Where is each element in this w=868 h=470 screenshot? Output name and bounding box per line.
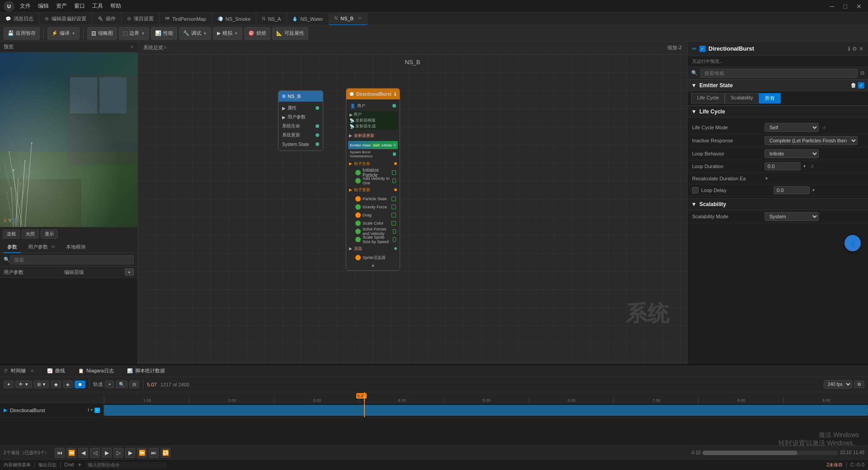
performance-button[interactable]: 📊性能 xyxy=(151,27,177,40)
tab-ns-b[interactable]: N NS_B ✕ xyxy=(329,13,368,25)
cmd-input[interactable] xyxy=(85,461,167,468)
emitter-state-section[interactable]: ▼ Emitter State 🗑 ✓ xyxy=(688,80,868,91)
output-log-btn[interactable]: 输出日志 xyxy=(38,462,57,468)
inspector-info-icon[interactable]: ℹ xyxy=(848,46,850,52)
niagara-log-tab[interactable]: Niagara日志 xyxy=(86,367,114,374)
debug-button[interactable]: 🔧调试▼ xyxy=(179,27,211,40)
loop-delay-checkbox[interactable] xyxy=(692,187,698,193)
thumbnail-button[interactable]: 🖼缩略图 xyxy=(87,27,117,40)
timeline-playhead[interactable] xyxy=(364,392,365,403)
preview-close-icon[interactable]: ✕ xyxy=(130,44,134,49)
content-browser-btn[interactable]: 内容侧滑菜单 xyxy=(4,462,31,468)
view-mode-button[interactable]: 选视 xyxy=(3,230,20,239)
tab-thirdperson-map[interactable]: 🗺 TirdPersonMap xyxy=(160,13,212,25)
lighting-button[interactable]: 光照 xyxy=(22,230,39,239)
simulate-button[interactable]: ▶模拟▼ xyxy=(213,27,242,40)
playback-next-key-btn[interactable]: ⏩ xyxy=(137,448,147,458)
playback-prev-frame-btn[interactable]: ◀ xyxy=(78,448,88,458)
scalability-section[interactable]: ▼ Scalability xyxy=(688,198,868,210)
track-content-area[interactable] xyxy=(104,403,868,417)
life-cycle-mode-reset[interactable]: ↺ xyxy=(822,125,826,130)
search-track-button[interactable]: 🔍 xyxy=(116,381,127,388)
life-cycle-mode-select[interactable]: Self xyxy=(764,123,819,132)
dir-burst-info-icon[interactable]: ℹ xyxy=(394,92,396,97)
playback-next-frame-btn[interactable]: ▶ xyxy=(125,448,135,458)
tab-message-log[interactable]: 💬 消息日志 xyxy=(0,13,39,25)
dir-burst-collapse[interactable]: ▲ xyxy=(346,262,400,268)
inspector-search-input[interactable] xyxy=(700,69,858,78)
timeline-view-btn[interactable]: 👁 ▼ xyxy=(15,381,32,388)
user-params-close[interactable]: ✕ xyxy=(51,244,55,249)
loop-duration-input[interactable] xyxy=(764,162,801,170)
tab-editor-prefs[interactable]: ⚙ 编辑器偏好设置 xyxy=(39,13,92,25)
tab-life-cycle[interactable]: Life Cycle xyxy=(691,93,725,103)
show-button[interactable]: 显示 xyxy=(41,230,58,239)
params-search-input[interactable] xyxy=(10,255,134,264)
canvas-area[interactable]: NS_B NS_B ▶属性 ▶用户参数 系统生命 xyxy=(138,54,687,364)
tab-project-settings[interactable]: ⚙ 项目设置 xyxy=(122,13,160,25)
add-param-button[interactable]: + xyxy=(125,268,134,276)
track-active-check[interactable]: ✓ xyxy=(94,408,100,413)
minimize-button[interactable]: ─ xyxy=(827,3,837,10)
timeline-close-icon[interactable]: ✕ xyxy=(30,368,34,373)
inspector-close-icon[interactable]: ✕ xyxy=(859,46,863,52)
tab-scalability-inspector[interactable]: Scalability xyxy=(725,93,759,103)
curves-label[interactable]: 曲线 xyxy=(55,367,65,374)
track-info-icon[interactable]: ℹ xyxy=(88,408,89,413)
timeline-snap-btn[interactable]: ⊞ ▼ xyxy=(34,381,50,388)
track-expand-icon[interactable]: ▶ xyxy=(4,407,7,413)
ns-b-node[interactable]: NS_B ▶属性 ▶用户参数 系统生命 系统更新 xyxy=(278,90,323,151)
playback-step-back-btn[interactable]: ◁ xyxy=(90,448,100,458)
loop-duration-expand[interactable]: ▼ xyxy=(802,164,807,169)
menu-edit[interactable]: 编辑 xyxy=(38,2,49,10)
tab-ns-smoke[interactable]: 💨 NS_Smoke xyxy=(212,13,257,25)
emitter-state-delete-icon[interactable]: 🗑 xyxy=(851,82,856,89)
playback-step-fwd-btn[interactable]: ▷ xyxy=(113,448,123,458)
tab-ns-water[interactable]: 💧 NS_Water xyxy=(287,13,329,25)
fps-select[interactable]: 240 fps xyxy=(824,380,852,389)
tab-ns-a[interactable]: N NS_A xyxy=(256,13,287,25)
menu-help[interactable]: 帮助 xyxy=(110,2,121,10)
tab-all[interactable]: 所有 xyxy=(759,93,781,103)
floating-action-button[interactable]: 👤 xyxy=(844,235,861,251)
scalability-mode-select[interactable]: System xyxy=(764,212,819,221)
add-track-button[interactable]: + xyxy=(105,381,114,388)
tab-local-module[interactable]: 本地模块 xyxy=(62,240,90,253)
tab-ns-b-close[interactable]: ✕ xyxy=(358,16,362,21)
menu-file[interactable]: 文件 xyxy=(20,2,31,10)
life-cycle-section[interactable]: ▼ Life Cycle xyxy=(688,106,868,118)
inspector-checkbox[interactable]: ✓ xyxy=(699,46,706,52)
bake-button[interactable]: 🎯烘焙 xyxy=(244,27,270,40)
inspector-filter-icon[interactable]: ⊟ xyxy=(860,70,864,76)
loop-delay-expand[interactable]: ▼ xyxy=(811,188,816,193)
inactive-response-select[interactable]: Complete (Let Particles Finish then xyxy=(764,136,858,145)
preview-viewport[interactable]: + + X Y Z xyxy=(0,52,137,227)
inspector-settings-icon[interactable]: ⚙ xyxy=(852,46,857,52)
bounds-button[interactable]: ⬚边界▼ xyxy=(119,27,149,40)
recalculate-expand[interactable]: ▼ xyxy=(764,176,769,181)
maximize-button[interactable]: □ xyxy=(841,3,850,10)
save-button[interactable]: 💾应用智存 xyxy=(4,27,40,40)
playback-start-btn[interactable]: ⏮ xyxy=(55,448,65,458)
timeline-tangent-btn[interactable]: ◈ xyxy=(63,381,73,388)
menu-assets[interactable]: 资产 xyxy=(56,2,67,10)
loop-delay-input[interactable] xyxy=(774,186,810,194)
timeline-key-btn[interactable]: ✦ xyxy=(4,381,14,388)
timeline-settings-btn[interactable]: ⚙ xyxy=(854,381,864,388)
script-stats-tab[interactable]: 脚本统计数据 xyxy=(135,367,165,374)
tab-user-params[interactable]: 用户参数 ✕ xyxy=(24,240,59,253)
tab-params[interactable]: 参数 xyxy=(4,240,21,253)
directional-burst-node[interactable]: DirectionalBurst ℹ 👤用户 ▶用户 xyxy=(346,88,400,271)
scalability-button[interactable]: 📐可延展性 xyxy=(272,27,308,40)
playback-prev-key-btn[interactable]: ⏪ xyxy=(66,448,76,458)
playback-end-btn[interactable]: ⏭ xyxy=(149,448,159,458)
emitter-state-check[interactable]: ✓ xyxy=(858,82,864,89)
track-star-icon[interactable]: ✦ xyxy=(90,408,94,413)
timeline-key-type-btn[interactable]: ◆ xyxy=(51,381,61,388)
menu-tools[interactable]: 工具 xyxy=(92,2,103,10)
canvas-close-icon[interactable]: ✕ xyxy=(163,45,167,50)
loop-behavior-select[interactable]: Infinite xyxy=(764,149,819,158)
loop-duration-reset[interactable]: ↺ xyxy=(810,164,814,169)
filter-track-button[interactable]: ⊟ xyxy=(129,381,139,388)
playback-play-btn[interactable]: ▶ xyxy=(102,448,112,458)
